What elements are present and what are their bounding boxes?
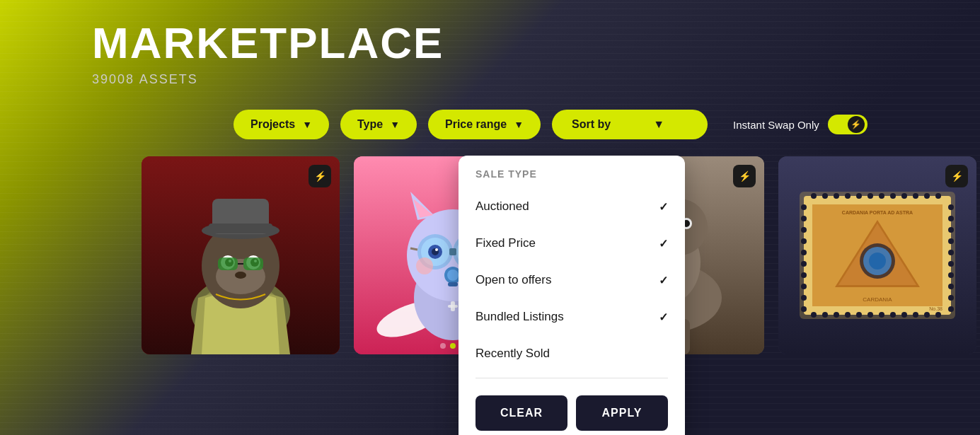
dropdown-item-bundled-listings-label: Bundled Listings	[475, 310, 564, 324]
type-chevron-icon: ▼	[390, 119, 400, 130]
svg-rect-15	[209, 224, 272, 233]
svg-point-84	[801, 204, 807, 210]
price-range-chevron-icon: ▼	[514, 119, 524, 130]
svg-rect-32	[449, 248, 456, 255]
svg-point-96	[948, 227, 954, 233]
svg-point-97	[948, 238, 954, 244]
svg-point-103	[948, 306, 954, 312]
svg-point-81	[913, 312, 918, 318]
svg-point-93	[801, 306, 807, 312]
svg-point-109	[869, 253, 886, 269]
auctioned-check-icon: ✓	[659, 200, 668, 214]
svg-point-83	[935, 312, 941, 318]
dropdown-item-recently-sold-label: Recently Sold	[475, 347, 550, 361]
svg-point-80	[901, 312, 907, 318]
svg-point-65	[867, 193, 873, 199]
card-4[interactable]: ⚡	[778, 156, 976, 354]
svg-point-95	[948, 216, 954, 221]
svg-point-76	[856, 312, 862, 318]
svg-point-12	[235, 272, 246, 279]
clear-button[interactable]: CLEAR	[475, 395, 567, 431]
dropdown-divider	[475, 378, 668, 378]
card-4-badge: ⚡	[945, 165, 968, 187]
svg-rect-47	[451, 301, 455, 311]
price-range-label: Price range	[445, 118, 507, 131]
dropdown-item-recently-sold[interactable]: Recently Sold ✓	[459, 335, 685, 372]
svg-point-102	[948, 295, 954, 301]
svg-text:CARDANIA PORTA AD ASTRA: CARDANIA PORTA AD ASTRA	[842, 210, 913, 215]
sort-by-button[interactable]: Sort by ▼	[552, 110, 708, 139]
svg-point-101	[948, 284, 954, 289]
svg-rect-16	[218, 257, 238, 270]
dropdown-item-open-to-offers[interactable]: Open to offers ✓	[459, 262, 685, 298]
toggle-knob: ⚡	[848, 116, 865, 133]
sort-by-chevron-icon: ▼	[653, 118, 664, 131]
svg-point-71	[935, 193, 941, 199]
type-dropdown: Sale Type Auctioned ✓ Fixed Price ✓ Open…	[459, 156, 685, 435]
svg-point-92	[801, 295, 807, 301]
filter-bar: Projects ▼ Type ▼ Price range ▼ Sort by …	[234, 110, 980, 139]
type-filter-button[interactable]: Type ▼	[340, 110, 417, 139]
bundled-listings-check-icon: ✓	[659, 311, 668, 324]
dropdown-item-auctioned-label: Auctioned	[475, 199, 529, 214]
page-title: MARKETPLACE	[92, 21, 980, 65]
svg-point-91	[801, 284, 807, 289]
price-range-filter-button[interactable]: Price range ▼	[428, 110, 541, 139]
svg-point-62	[834, 193, 839, 199]
dropdown-item-open-to-offers-label: Open to offers	[475, 273, 551, 287]
instant-swap-toggle[interactable]: ⚡	[828, 115, 867, 134]
pagination-dot-1	[440, 343, 446, 349]
dropdown-item-auctioned[interactable]: Auctioned ✓	[459, 188, 685, 225]
svg-point-82	[924, 312, 930, 318]
svg-point-86	[801, 227, 807, 233]
svg-point-63	[845, 193, 851, 199]
svg-text:No.38: No.38	[929, 306, 942, 311]
dropdown-header: Sale Type	[459, 156, 685, 188]
dropdown-item-bundled-listings[interactable]: Bundled Listings ✓	[459, 298, 685, 335]
svg-line-33	[410, 248, 417, 250]
instant-swap-label: Instant Swap Only	[733, 119, 819, 131]
apply-button[interactable]: APPLY	[576, 395, 668, 431]
svg-point-100	[948, 272, 954, 278]
dropdown-actions: CLEAR APPLY	[459, 384, 685, 435]
svg-point-60	[811, 193, 817, 199]
svg-point-94	[948, 204, 954, 210]
svg-point-70	[924, 193, 930, 199]
projects-filter-button[interactable]: Projects ▼	[234, 110, 329, 139]
sort-by-label: Sort by	[572, 118, 611, 131]
svg-point-75	[845, 312, 851, 318]
card-3-badge: ⚡	[733, 165, 756, 187]
pagination-dot-2	[450, 343, 456, 349]
card-1-badge: ⚡	[309, 165, 331, 187]
projects-label: Projects	[250, 118, 295, 131]
svg-point-64	[856, 193, 862, 199]
svg-point-68	[901, 193, 907, 199]
svg-point-99	[948, 261, 954, 267]
svg-rect-45	[448, 282, 458, 286]
open-to-offers-check-icon: ✓	[659, 274, 668, 287]
svg-point-85	[801, 216, 807, 221]
svg-point-77	[867, 312, 873, 318]
dropdown-item-fixed-price-label: Fixed Price	[475, 236, 536, 250]
svg-point-87	[801, 238, 807, 244]
svg-point-73	[822, 312, 828, 318]
svg-point-90	[801, 272, 807, 278]
svg-point-69	[913, 193, 918, 199]
svg-point-44	[447, 269, 459, 281]
svg-point-61	[822, 193, 828, 199]
asset-count: 39008 ASSETS	[92, 71, 980, 87]
card-1[interactable]: ⚡	[142, 156, 340, 354]
fixed-price-check-icon: ✓	[659, 237, 668, 250]
svg-point-72	[811, 312, 817, 318]
svg-point-98	[948, 250, 954, 255]
svg-point-41	[416, 257, 433, 274]
type-label: Type	[357, 118, 383, 131]
instant-swap-container: Instant Swap Only ⚡	[733, 115, 867, 134]
dropdown-item-fixed-price[interactable]: Fixed Price ✓	[459, 225, 685, 262]
svg-point-67	[890, 193, 896, 199]
svg-point-79	[890, 312, 896, 318]
svg-point-78	[879, 312, 884, 318]
svg-text:CARDANIA: CARDANIA	[863, 296, 892, 303]
projects-chevron-icon: ▼	[302, 119, 312, 130]
svg-point-39	[435, 248, 438, 251]
